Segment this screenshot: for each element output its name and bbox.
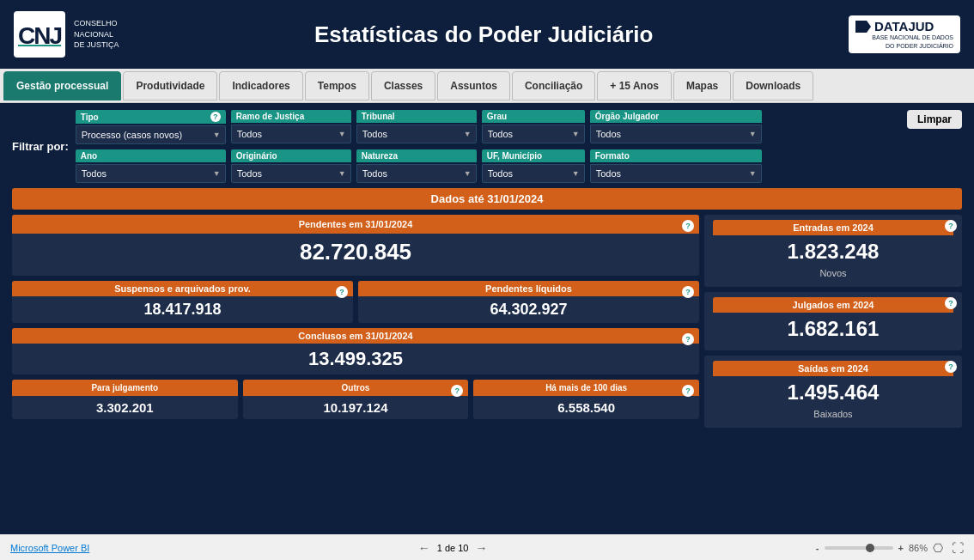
tab-conciliacao[interactable]: Conciliação	[512, 71, 595, 100]
filter-tipo-label: Tipo ?	[76, 110, 226, 124]
filter-tribunal: Tribunal Todos	[356, 110, 477, 144]
datajud-logo: DATAJUD BASE NACIONAL DE DADOS DO PODER …	[849, 15, 960, 52]
cnj-logo: CNJ	[14, 11, 65, 58]
filter-grau-label: Grau	[482, 110, 585, 123]
sub-cards-row: Para julgamento 3.302.201 Outros 10.197.…	[12, 380, 699, 419]
julgados-card: Julgados em 2024 1.682.161 ?	[704, 292, 962, 350]
filter-tipo: Tipo ? Processo (casos novos) Recurso In…	[76, 110, 226, 144]
suspensos-row: Suspensos e arquivados prov. 18.417.918 …	[12, 281, 699, 323]
pendentes-title: Pendentes em 31/01/2024	[12, 215, 699, 234]
zoom-plus-button[interactable]: +	[898, 543, 904, 553]
outros-value: 10.197.124	[243, 396, 469, 419]
filter-ano-label: Ano	[76, 149, 226, 162]
orgao-select[interactable]: Todos	[590, 125, 762, 143]
clear-filters-button[interactable]: Limpar	[907, 110, 962, 129]
suspensos-title: Suspensos e arquivados prov.	[12, 281, 353, 296]
pendentes-info-icon[interactable]: ?	[682, 220, 694, 232]
saidas-value: 1.495.464	[713, 376, 953, 409]
julgados-value: 1.682.161	[713, 313, 953, 345]
pendentes-liq-info-icon[interactable]: ?	[682, 286, 694, 298]
tab-downloads[interactable]: Downloads	[733, 71, 813, 100]
ha-mais-100-card: Há mais de 100 dias 6.558.540 ?	[473, 380, 699, 419]
tab-classes[interactable]: Classes	[371, 71, 435, 100]
saidas-title: Saídas em 2024	[713, 361, 953, 376]
tab-produtividade[interactable]: Produtividade	[123, 71, 217, 100]
tipo-select[interactable]: Processo (casos novos) Recurso Incidente	[76, 125, 226, 144]
prev-page-button[interactable]: ←	[418, 541, 430, 555]
entradas-info-icon[interactable]: ?	[945, 220, 957, 232]
originario-select[interactable]: Todos	[231, 164, 351, 183]
share-icon[interactable]: ⎔	[933, 541, 943, 555]
para-julgamento-title: Para julgamento	[12, 380, 238, 396]
fullscreen-icon[interactable]: ⛶	[952, 541, 964, 555]
saidas-card: Saídas em 2024 1.495.464 Baixados ?	[704, 356, 962, 428]
filter-formato-label: Formato	[590, 149, 762, 162]
tab-mais15anos[interactable]: + 15 Anos	[597, 71, 672, 100]
filter-uf: UF, Município Todos	[482, 149, 585, 183]
svg-marker-3	[855, 21, 871, 33]
suspensos-card: Suspensos e arquivados prov. 18.417.918 …	[12, 281, 353, 323]
saidas-subtitle: Baixados	[713, 409, 953, 423]
suspensos-info-icon[interactable]: ?	[336, 286, 348, 298]
zoom-level: 86%	[909, 543, 928, 553]
zoom-controls: - + 86% ⎔ ⛶	[816, 541, 964, 555]
filter-label: Filtrar por:	[12, 140, 69, 153]
pendentes-liq-value: 64.302.927	[358, 296, 699, 323]
tab-indicadores[interactable]: Indicadores	[219, 71, 302, 100]
filter-ano: Ano Todos	[76, 149, 226, 183]
tab-tempos[interactable]: Tempos	[305, 71, 369, 100]
filter-ramo: Ramo de Justiça Todos	[231, 110, 351, 144]
conclusos-info-icon[interactable]: ?	[682, 333, 694, 345]
tipo-info-icon[interactable]: ?	[210, 112, 221, 122]
tab-mapas[interactable]: Mapas	[673, 71, 731, 100]
entradas-title: Entradas em 2024	[713, 220, 953, 235]
natureza-select[interactable]: Todos	[356, 164, 477, 183]
ha-mais-100-title: Há mais de 100 dias	[473, 380, 699, 396]
ano-select[interactable]: Todos	[76, 164, 226, 183]
formato-select[interactable]: Todos	[590, 164, 762, 183]
datajud-name: DATAJUD	[874, 19, 934, 33]
tab-gestao-processual[interactable]: Gestão processual	[3, 71, 121, 100]
filter-formato: Formato Todos	[590, 149, 762, 183]
next-page-button[interactable]: →	[475, 541, 487, 555]
ramo-select[interactable]: Todos	[231, 125, 351, 143]
para-julgamento-card: Para julgamento 3.302.201	[12, 380, 238, 419]
header: CNJ CONSELHO NACIONAL DE JUSTIÇA Estatís…	[0, 0, 974, 69]
entradas-value: 1.823.248	[713, 235, 953, 268]
cnj-text: CONSELHO NACIONAL DE JUSTIÇA	[74, 18, 119, 51]
julgados-info-icon[interactable]: ?	[945, 297, 957, 309]
navigation-tabs: Gestão processual Produtividade Indicado…	[0, 69, 974, 103]
data-header: Dados até 31/01/2024	[12, 188, 962, 210]
logo-section: CNJ CONSELHO NACIONAL DE JUSTIÇA	[14, 11, 119, 58]
data-right-col: Entradas em 2024 1.823.248 Novos ? Julga…	[704, 215, 962, 433]
pendentes-card: Pendentes em 31/01/2024 82.720.845 ?	[12, 215, 699, 276]
bottom-icons: ⎔ ⛶	[933, 541, 964, 555]
powerbi-link[interactable]: Microsoft Power BI	[10, 543, 89, 553]
conclusos-value: 13.499.325	[12, 344, 699, 374]
julgados-title: Julgados em 2024	[713, 297, 953, 313]
page-indicator: 1 de 10	[437, 543, 469, 553]
para-julgamento-value: 3.302.201	[12, 396, 238, 419]
zoom-track[interactable]	[825, 546, 893, 550]
main-content: Filtrar por: Tipo ? Processo (casos novo…	[0, 103, 974, 534]
pendentes-liq-title: Pendentes líquidos	[358, 281, 699, 296]
saidas-info-icon[interactable]: ?	[945, 361, 957, 373]
ha-mais-100-info-icon[interactable]: ?	[682, 385, 694, 397]
filter-grau: Grau Todos	[482, 110, 585, 144]
uf-select[interactable]: Todos	[482, 164, 585, 183]
bottom-bar: Microsoft Power BI ← 1 de 10 → - + 86% ⎔…	[0, 534, 974, 560]
grau-select[interactable]: Todos	[482, 125, 585, 143]
filter-originario-label: Originário	[231, 149, 351, 162]
entradas-card: Entradas em 2024 1.823.248 Novos ?	[704, 215, 962, 287]
tribunal-select[interactable]: Todos	[356, 125, 477, 143]
filter-orgao: Órgão Julgador Todos	[590, 110, 762, 144]
filter-natureza: Natureza Todos	[356, 149, 477, 183]
outros-title: Outros	[243, 380, 469, 396]
tab-assuntos[interactable]: Assuntos	[437, 71, 510, 100]
entradas-subtitle: Novos	[713, 268, 953, 282]
filter-tribunal-label: Tribunal	[356, 110, 477, 123]
suspensos-value: 18.417.918	[12, 296, 353, 323]
zoom-minus-button[interactable]: -	[816, 543, 819, 553]
conclusos-card: Conclusos em 31/01/2024 13.499.325 ?	[12, 328, 699, 374]
zoom-thumb	[866, 544, 874, 552]
